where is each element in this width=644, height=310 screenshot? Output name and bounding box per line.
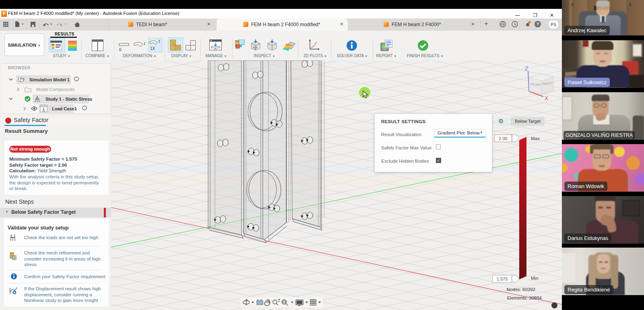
svg-text:0: 0 [119, 48, 122, 52]
svg-text:RIGHT: RIGHT [543, 81, 553, 86]
svg-text:?: ? [537, 22, 539, 27]
svg-text:xyz: xyz [253, 45, 258, 49]
svg-text:1X: 1X [150, 46, 155, 51]
svg-text:PS: PS [551, 22, 556, 27]
svg-text:FRONT: FRONT [530, 83, 541, 87]
svg-text:X: X [545, 95, 549, 101]
svg-text:I: I [159, 39, 160, 43]
svg-text:I: I [144, 41, 145, 46]
svg-text:Z: Z [525, 65, 528, 72]
